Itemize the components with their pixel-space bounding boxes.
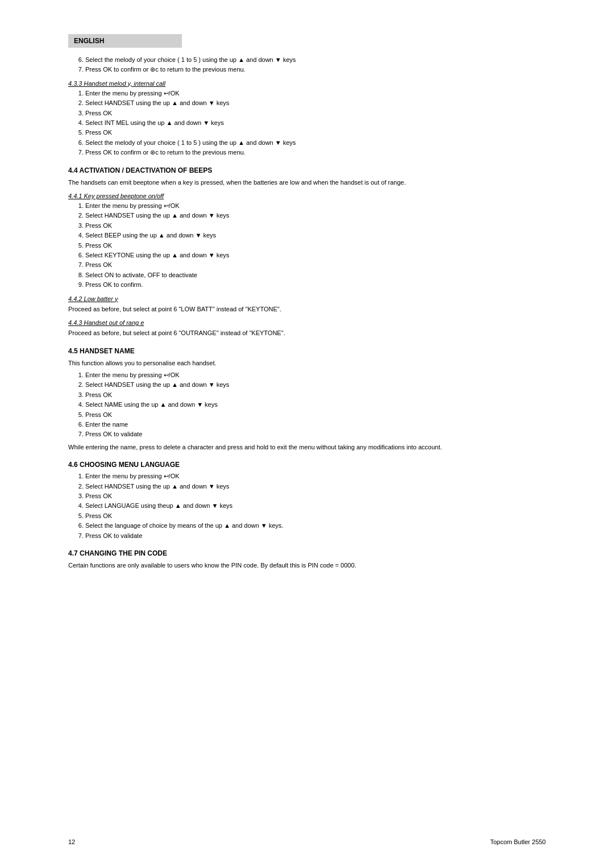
list-item: Press OK — [85, 512, 546, 520]
section-44-header: 4.4 ACTIVATION / DEACTIVATION OF BEEPS — [68, 166, 546, 174]
section-442-header: 4.4.2 Low batter y — [68, 295, 546, 302]
product-name: Topcom Butler 2550 — [490, 838, 546, 845]
list-item: Select BEEP using the up ▲ and down ▼ ke… — [85, 231, 546, 240]
list-item: Press OK — [85, 492, 546, 500]
list-item: Select HANDSET using the up ▲ and down ▼… — [85, 211, 546, 220]
section-433-header: 4.3.3 Handset melod y, internal call — [68, 80, 546, 87]
section-46-header: 4.6 CHOOSING MENU LANGUAGE — [68, 461, 546, 469]
list-item: Enter the menu by pressing ↩/OK — [85, 202, 546, 210]
intro-list: Select the melody of your choice ( 1 to … — [85, 56, 546, 74]
list-item: Select HANDSET using the up ▲ and down ▼… — [85, 482, 546, 491]
language-header: ENGLISH — [68, 34, 182, 48]
list-item: Enter the name — [85, 420, 546, 429]
list-item: Select KEYTONE using the up ▲ and down ▼… — [85, 251, 546, 260]
section-46-list: Enter the menu by pressing ↩/OK Select H… — [85, 472, 546, 540]
list-item: Press OK to validate — [85, 532, 546, 540]
list-item: Press OK — [85, 241, 546, 250]
list-item: Select HANDSET using the up ▲ and down ▼… — [85, 99, 546, 107]
list-item: Press OK — [85, 128, 546, 137]
section-45-list: Enter the menu by pressing ↩/OK Select H… — [85, 371, 546, 439]
section-433-list: Enter the menu by pressing ↩/OK Select H… — [85, 89, 546, 157]
section-47-header: 4.7 CHANGING THE PIN CODE — [68, 549, 546, 557]
list-item: Enter the menu by pressing ↩/OK — [85, 89, 546, 98]
list-item: Press OK — [85, 391, 546, 399]
list-item: Select INT MEL using the up ▲ and down ▼… — [85, 119, 546, 127]
list-item: Press OK to validate — [85, 430, 546, 439]
section-441-list: Enter the menu by pressing ↩/OK Select H… — [85, 202, 546, 290]
section-45-header: 4.5 HANDSET NAME — [68, 347, 546, 355]
section-443-description: Proceed as before, but select at point 6… — [68, 328, 546, 338]
section-45-note: While entering the name, press to delete… — [68, 443, 546, 452]
list-item: Press OK — [85, 411, 546, 419]
section-44-description: The handsets can emit beeptone when a ke… — [68, 178, 546, 187]
section-47-description: Certain functions are only available to … — [68, 561, 546, 570]
section-442-description: Proceed as before, but select at point 6… — [68, 304, 546, 314]
page-footer: 12 Topcom Butler 2550 — [68, 838, 546, 845]
page: ENGLISH Select the melody of your choice… — [0, 0, 614, 868]
list-item: Select HANDSET using the up ▲ and down ▼… — [85, 381, 546, 389]
list-item: Press OK to confirm. — [85, 281, 546, 289]
list-item: Press OK — [85, 109, 546, 118]
list-item: Select NAME using the up ▲ and down ▼ ke… — [85, 400, 546, 409]
section-45-description: This function allows you to personalise … — [68, 358, 546, 368]
list-item: Press OK — [85, 222, 546, 230]
list-item: Enter the menu by pressing ↩/OK — [85, 371, 546, 379]
list-item: Press OK to confirm or ⊛c to return to t… — [85, 65, 546, 74]
list-item: Select ON to activate, OFF to deactivate — [85, 271, 546, 279]
list-item: Select the melody of your choice ( 1 to … — [85, 139, 546, 147]
list-item: Select the melody of your choice ( 1 to … — [85, 56, 546, 64]
page-number: 12 — [68, 838, 75, 845]
list-item: Select the language of choice by means o… — [85, 521, 546, 530]
list-item: Enter the menu by pressing ↩/OK — [85, 472, 546, 481]
list-item: Select LANGUAGE using theup ▲ and down ▼… — [85, 502, 546, 510]
list-item: Press OK — [85, 261, 546, 269]
list-item: Press OK to confirm or ⊛c to return to t… — [85, 148, 546, 157]
section-441-header: 4.4.1 Key pressed beeptone on/off — [68, 193, 546, 199]
section-443-header: 4.4.3 Handset out of rang e — [68, 319, 546, 326]
language-label: ENGLISH — [74, 37, 104, 45]
